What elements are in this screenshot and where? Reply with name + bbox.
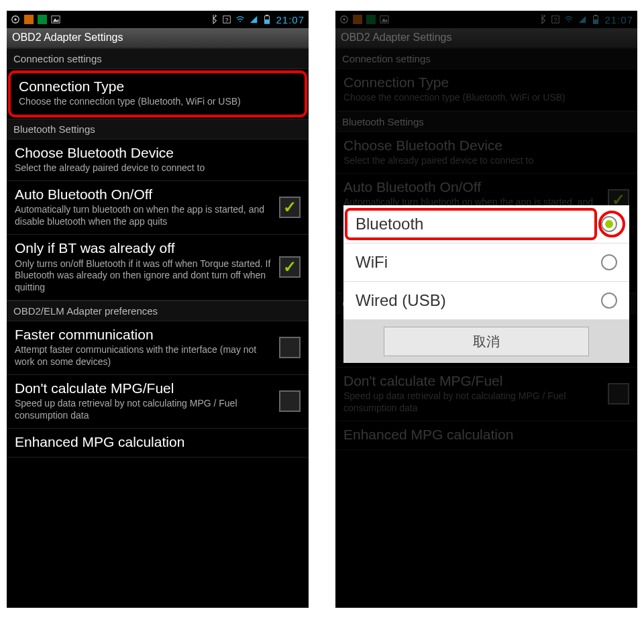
checkbox-only-if-off[interactable] [279, 256, 301, 278]
image-icon [51, 15, 60, 24]
radio-bluetooth[interactable] [601, 216, 617, 232]
item-subtitle: Only turns on/off Bluetooth if it was of… [15, 258, 274, 294]
svg-text:?: ? [225, 17, 229, 23]
phone-left: ? 21:07 OBD2 Adapter Settings Connection… [7, 11, 309, 608]
checkbox-faster-comm[interactable] [279, 337, 301, 358]
svg-rect-3 [38, 15, 47, 24]
checkbox-no-mpg[interactable] [279, 390, 301, 412]
app-title: OBD2 Adapter Settings [7, 28, 309, 48]
item-title: Connection Type [19, 78, 291, 95]
checkbox-auto-bluetooth[interactable] [279, 197, 301, 218]
item-title: Don't calculate MPG/Fuel [15, 380, 274, 396]
connection-type-dialog: Bluetooth WiFi Wired (USB) 取消 [343, 205, 629, 363]
app-icon [24, 15, 34, 24]
item-choose-device[interactable]: Choose Bluetooth Device Select the alrea… [7, 140, 309, 182]
svg-rect-11 [266, 15, 269, 16]
item-subtitle: Automatically turn bluetooth on when the… [15, 204, 274, 227]
status-bar: ? 21:07 [7, 11, 309, 28]
section-bluetooth: Bluetooth Settings [7, 119, 309, 140]
wifi-icon [235, 15, 245, 24]
svg-marker-8 [250, 16, 258, 23]
help-icon: ? [222, 15, 231, 24]
option-bluetooth[interactable]: Bluetooth [343, 205, 629, 244]
battery-icon [262, 15, 272, 24]
bluetooth-icon [209, 15, 218, 24]
clock: 21:07 [276, 14, 305, 25]
target-icon [11, 15, 20, 24]
section-obd: OBD2/ELM Adapter preferences [7, 301, 309, 321]
item-auto-bluetooth[interactable]: Auto Bluetooth On/Off Automatically turn… [7, 181, 309, 235]
cancel-button[interactable]: 取消 [384, 327, 589, 356]
phone-right: ? 21:07 OBD2 Adapter Settings Connection… [335, 11, 637, 608]
signal-icon [249, 15, 258, 24]
item-subtitle: Attempt faster communications with the i… [15, 344, 274, 368]
option-wired[interactable]: Wired (USB) [343, 282, 629, 320]
option-label: Wired (USB) [356, 291, 446, 310]
svg-marker-5 [53, 18, 59, 21]
option-label: WiFi [356, 253, 388, 272]
svg-rect-2 [24, 15, 34, 24]
option-wifi[interactable]: WiFi [343, 244, 629, 282]
svg-rect-10 [265, 19, 270, 23]
item-title: Choose Bluetooth Device [15, 145, 295, 161]
item-enhanced-mpg[interactable]: Enhanced MPG calculation [7, 429, 309, 458]
item-connection-type[interactable]: Connection Type Choose the connection ty… [8, 70, 307, 117]
item-subtitle: Speed up data retrieval by not calculati… [15, 398, 274, 421]
item-only-if-off[interactable]: Only if BT was already off Only turns on… [7, 235, 309, 301]
item-title: Auto Bluetooth On/Off [15, 186, 274, 203]
section-connection: Connection settings [7, 48, 309, 69]
item-faster-comm[interactable]: Faster communication Attempt faster comm… [7, 321, 309, 375]
item-title: Enhanced MPG calculation [15, 434, 295, 450]
dialog-footer: 取消 [343, 320, 629, 363]
radio-wired[interactable] [601, 292, 617, 309]
item-title: Only if BT was already off [15, 240, 274, 256]
item-subtitle: Select the already paired device to conn… [15, 162, 295, 174]
radio-wifi[interactable] [601, 254, 617, 270]
option-label: Bluetooth [356, 215, 423, 233]
svg-point-1 [14, 18, 17, 21]
item-subtitle: Choose the connection type (Bluetooth, W… [19, 96, 291, 108]
item-no-mpg[interactable]: Don't calculate MPG/Fuel Speed up data r… [7, 375, 309, 429]
item-title: Faster communication [15, 327, 274, 343]
app-icon-2 [38, 15, 47, 24]
